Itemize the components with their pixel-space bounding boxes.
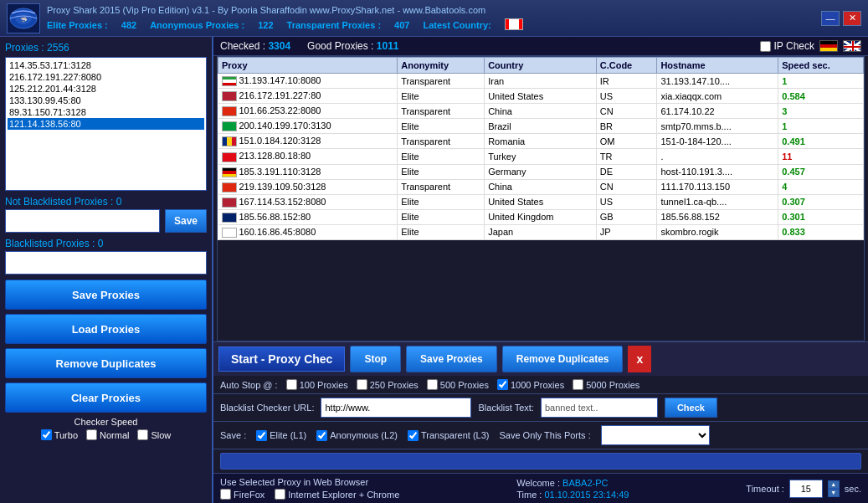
save-elite-label[interactable]: Elite (L1) xyxy=(256,430,306,441)
load-proxies-button[interactable]: Load Proxies xyxy=(5,314,207,344)
proxy-list-item[interactable]: 89.31.150.71:3128 xyxy=(8,106,204,118)
bottom-row: Use Selected Proxy in Web Browser FireFo… xyxy=(213,474,868,503)
save-trans-checkbox[interactable] xyxy=(408,430,419,441)
flag-uk-icon xyxy=(843,40,861,52)
auto-stop-500-label[interactable]: 500 Proxies xyxy=(427,379,489,390)
speed-turbo-label[interactable]: Turbo xyxy=(41,429,78,440)
save-proxies-button[interactable]: Save Proxies xyxy=(5,280,207,310)
ports-select[interactable]: 80 8080 3128 xyxy=(601,425,710,445)
check-button[interactable]: Check xyxy=(665,398,717,418)
country-cell: United States xyxy=(485,89,597,104)
proxy-cell: 151.0.184.120:3128 xyxy=(218,134,398,149)
proxy-list-item[interactable]: 133.130.99.45:80 xyxy=(8,95,204,106)
table-row[interactable]: 216.172.191.227:80 Elite United States U… xyxy=(218,89,864,104)
proxy-list-item[interactable]: 114.35.53.171:3128 xyxy=(8,59,204,71)
timeout-up-button[interactable]: ▲ xyxy=(828,480,840,489)
anonymity-cell: Elite xyxy=(398,89,485,104)
remove-duplicates-ctrl-button[interactable]: Remove Duplicates xyxy=(502,346,624,372)
start-label: Start - Proxy Chec xyxy=(218,346,345,372)
proxy-table-wrapper: Proxy Anonymity Country C.Code Hostname … xyxy=(217,56,865,341)
proxy-list-item[interactable]: 216.172.191.227:8080 xyxy=(8,71,204,83)
save-anon-label[interactable]: Anonymous (L2) xyxy=(316,430,398,441)
stop-button[interactable]: Stop xyxy=(350,346,401,372)
table-row[interactable]: 219.139.109.50:3128 Transparent China CN… xyxy=(218,179,864,194)
speed-cell: 0.307 xyxy=(778,194,864,209)
minimize-button[interactable]: — xyxy=(821,11,840,26)
blacklist-text-input[interactable] xyxy=(541,398,658,418)
speed-slow-label[interactable]: Slow xyxy=(137,429,171,440)
table-row[interactable]: 151.0.184.120:3128 Transparent Romania O… xyxy=(218,134,864,149)
proxies-count-value: 2556 xyxy=(47,42,69,54)
window-buttons: — ✕ xyxy=(821,11,861,26)
speed-turbo-checkbox[interactable] xyxy=(41,429,52,440)
col-country: Country xyxy=(485,58,597,74)
anonymity-cell: Transparent xyxy=(398,179,485,194)
auto-stop-1000-checkbox[interactable] xyxy=(497,379,508,390)
proxy-cell: 213.128.80.18:80 xyxy=(218,149,398,164)
bottom-right: Timeout : ▲ ▼ sec. xyxy=(746,480,861,498)
save-label: Save : xyxy=(220,430,246,440)
close-ctrl-button[interactable]: x xyxy=(628,346,651,372)
table-row[interactable]: 213.128.80.18:80 Elite Turkey TR . 11 xyxy=(218,149,864,164)
close-button[interactable]: ✕ xyxy=(843,11,861,26)
trans-proxies-label: Transparent Proxies : xyxy=(287,18,382,33)
auto-stop-250-label[interactable]: 250 Proxies xyxy=(357,379,419,390)
title-stats: Elite Proxies : 482 Anonymous Proxies : … xyxy=(47,18,523,33)
table-row[interactable]: 200.140.199.170:3130 Elite Brazil BR smt… xyxy=(218,119,864,134)
auto-stop-1000-label[interactable]: 1000 Proxies xyxy=(497,379,564,390)
auto-stop-5000-label[interactable]: 5000 Proxies xyxy=(573,379,639,390)
ccode-cell: OM xyxy=(596,134,657,149)
save-trans-label[interactable]: Transparent (L3) xyxy=(408,430,490,441)
timeout-input[interactable] xyxy=(789,480,823,498)
table-header-row: Proxy Anonymity Country C.Code Hostname … xyxy=(218,58,864,74)
auto-stop-100-label[interactable]: 100 Proxies xyxy=(286,379,348,390)
proxy-list-item[interactable]: 121.14.138.56:80 xyxy=(8,118,204,130)
ie-chrome-checkbox[interactable] xyxy=(275,489,285,500)
speed-normal-checkbox[interactable] xyxy=(86,429,97,440)
hostname-cell: . xyxy=(657,149,778,164)
flag-gb-icon xyxy=(222,213,237,223)
table-row[interactable]: 160.16.86.45:8080 Elite Japan JP skombro… xyxy=(218,224,864,239)
country-cell: Iran xyxy=(485,74,597,89)
ie-chrome-label[interactable]: Internet Explorer + Chrome xyxy=(275,489,399,500)
auto-stop-100-checkbox[interactable] xyxy=(286,379,297,390)
not-blacklisted-save-button[interactable]: Save xyxy=(165,209,207,233)
firefox-label[interactable]: FireFox xyxy=(220,489,265,500)
firefox-checkbox[interactable] xyxy=(220,489,231,500)
ccode-cell: US xyxy=(596,194,657,209)
clear-proxies-button[interactable]: Clear Proxies xyxy=(5,382,207,413)
not-blacklisted-input[interactable] xyxy=(5,209,160,233)
table-row[interactable]: 101.66.253.22:8080 Transparent China CN … xyxy=(218,104,864,119)
country-cell: China xyxy=(485,104,597,119)
speed-slow-checkbox[interactable] xyxy=(137,429,148,440)
proxy-list-item[interactable]: 125.212.201.44:3128 xyxy=(8,83,204,95)
not-blacklisted-row: Save xyxy=(5,209,207,233)
save-anon-checkbox[interactable] xyxy=(316,430,327,441)
auto-stop-5000-checkbox[interactable] xyxy=(573,379,583,390)
table-row[interactable]: 167.114.53.152:8080 Elite United States … xyxy=(218,194,864,209)
timeout-down-button[interactable]: ▼ xyxy=(828,489,840,497)
hostname-cell: xia.xiaqqx.com xyxy=(657,89,778,104)
time-row: Time : 01.10.2015 23:14:49 xyxy=(516,490,629,500)
speed-cell: 0.457 xyxy=(778,164,864,179)
auto-stop-500-checkbox[interactable] xyxy=(427,379,438,390)
bottom-center: Welcome : BABA2-PC Time : 01.10.2015 23:… xyxy=(516,478,629,500)
save-elite-checkbox[interactable] xyxy=(256,430,267,441)
auto-stop-250-checkbox[interactable] xyxy=(357,379,367,390)
table-row[interactable]: 185.3.191.110:3128 Elite Germany DE host… xyxy=(218,164,864,179)
proxy-list-box[interactable]: 114.35.53.171:3128216.172.191.227:808012… xyxy=(5,57,207,191)
proxy-cell: 167.114.53.152:8080 xyxy=(218,194,398,209)
remove-duplicates-button[interactable]: Remove Duplicates xyxy=(5,348,207,378)
blacklisted-label: Blacklisted Proxies : 0 xyxy=(5,238,207,249)
country-cell: Germany xyxy=(485,164,597,179)
table-row[interactable]: 185.56.88.152:80 Elite United Kingdom GB… xyxy=(218,209,864,224)
hostname-cell: 61.174.10.22 xyxy=(657,104,778,119)
save-proxies-ctrl-button[interactable]: Save Proxies xyxy=(406,346,497,372)
blacklisted-input[interactable] xyxy=(5,251,207,275)
speed-normal-label[interactable]: Normal xyxy=(86,429,129,440)
col-ccode: C.Code xyxy=(596,58,657,74)
blacklist-url-input[interactable] xyxy=(321,398,471,418)
table-row[interactable]: 31.193.147.10:8080 Transparent Iran IR 3… xyxy=(218,74,864,89)
ip-check-checkbox[interactable] xyxy=(760,41,771,52)
anonymity-cell: Elite xyxy=(398,224,485,239)
